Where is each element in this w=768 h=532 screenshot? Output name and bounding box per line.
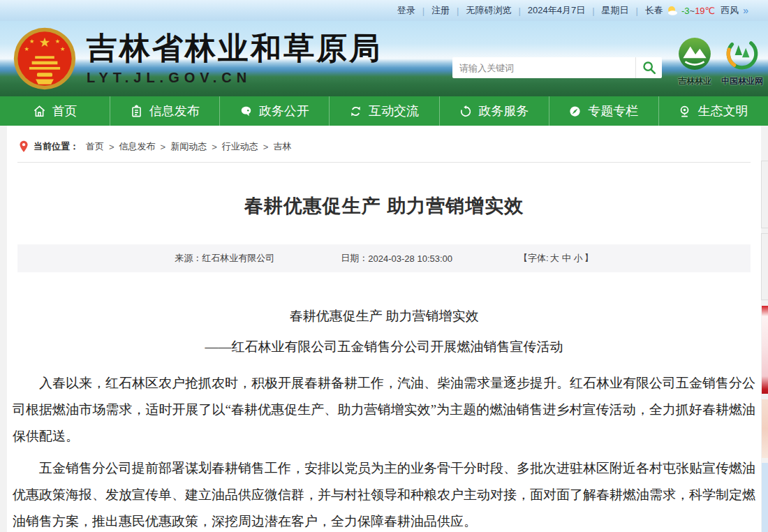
svg-text:★: ★ [55,38,60,45]
divider: | [592,6,594,16]
article-body-subtitle: ——红石林业有限公司五金销售分公司开展燃油销售宣传活动 [13,334,755,360]
nav-label: 信息发布 [149,103,200,119]
nav-label: 政务公开 [259,103,309,119]
article-source: 来源： 红石林业有限公司 [175,252,274,265]
main-navigation: 首页 信息发布 政务公开 互动交流 [0,96,768,126]
font-label-open: 【字体: [519,252,549,265]
breadcrumb-item-info-release[interactable]: 信息发布 [119,140,156,153]
accessibility-link[interactable]: 无障碍浏览 [466,4,511,17]
breadcrumb-separator: > [109,142,115,152]
weather-widget: 长春 -3 ~ 19℃ 西风 » [645,4,748,17]
article-meta-bar: 来源： 红石林业有限公司 日期： 2024-03-28 10:53:00 【字体… [17,244,751,272]
nav-label: 专题专栏 [588,103,638,119]
divider: | [457,6,459,16]
svg-text:★: ★ [29,38,34,45]
breadcrumb-label: 当前位置： [34,140,79,153]
jilin-forestry-logo[interactable]: 吉林林业 [670,36,719,87]
nav-label: 政务服务 [478,103,529,119]
cutoff-widget-sliver [761,161,768,228]
search-icon [642,60,657,75]
site-title-block: 吉林省林业和草原局 LYT.JL.GOV.CN [87,31,382,86]
temperature-high: 19℃ [695,6,715,16]
font-size-medium-button[interactable]: 中 [562,252,571,265]
svg-text:★: ★ [60,46,65,52]
font-size-switcher: 【字体: 大 中 小 】 [519,252,593,265]
nav-item-info-release[interactable]: 信息发布 [110,96,219,126]
china-forestry-net-logo-label: 中国林业网 [718,75,767,87]
breadcrumb-separator: > [212,142,217,152]
wind-direction: 西风 [721,4,739,17]
nav-label: 互动交流 [369,103,419,119]
webcam-icon [678,105,691,118]
temperature-low: -3 [681,6,690,16]
article-date: 日期： 2024-03-28 10:53:00 [341,252,452,265]
current-date: 2024年4月7日 [528,4,585,17]
breadcrumb-separator: > [263,142,269,152]
nav-item-eco-civilization[interactable]: 生态文明 [658,96,768,126]
home-icon [33,105,46,118]
register-link[interactable]: 注册 [431,4,450,17]
source-value: 红石林业有限公司 [202,252,274,265]
article-paragraph: 五金销售分公司提前部署谋划春耕销售工作，安排以党员为主的业务骨干分时段、多批次进… [13,455,755,532]
sun-cloud-icon [666,6,679,16]
breadcrumb-item-jilin[interactable]: 吉林 [273,140,291,153]
breadcrumb-item-industry-news[interactable]: 行业动态 [222,140,258,153]
divider: | [518,6,520,16]
font-size-small-button[interactable]: 小 [574,252,583,265]
font-size-large-button[interactable]: 大 [550,252,559,265]
divider: | [422,6,424,16]
weather-city: 长春 [645,4,663,17]
article-paragraph: 入春以来，红石林区农户抢抓农时，积极开展春耕备耕工作，汽油、柴油需求量逐步提升。… [13,370,755,450]
jilin-forestry-logo-icon [677,36,712,71]
article-body: 春耕优惠促生产 助力营销增实效 ——红石林业有限公司五金销售分公司开展燃油销售宣… [13,303,755,532]
arrow-circle-icon [459,105,472,118]
cutoff-widget-sliver [762,399,768,458]
nav-label: 首页 [52,103,77,119]
search-button[interactable] [635,57,662,78]
search-input[interactable] [452,57,635,78]
current-weekday: 星期日 [602,4,629,17]
svg-text:★: ★ [24,46,29,52]
cutoff-widget-sliver [761,233,768,300]
font-label-close: 】 [584,252,593,265]
china-forestry-net-logo-icon [725,36,760,71]
content-area: 当前位置： 首页 > 信息发布 > 新闻动态 > 行业动态 > 吉林 春耕优惠促… [7,126,761,532]
divider: | [636,6,638,16]
speech-bubble-icon [239,105,253,118]
china-forestry-net-logo[interactable]: 中国林业网 [718,36,767,87]
top-utility-bar: 登录 | 注册 | 无障碍浏览 | 2024年4月7日 | 星期日 | 长春 -… [0,0,768,21]
refresh-arrows-icon [349,105,362,118]
date-value: 2024-03-28 10:53:00 [368,253,452,264]
search-box [452,57,662,78]
national-emblem-logo: ★ ★ ★ ★ ★ [13,25,77,92]
breadcrumb: 当前位置： 首页 > 信息发布 > 新闻动态 > 行业动态 > 吉林 [17,126,751,163]
article-title: 春耕优惠促生产 助力营销增实效 [7,193,761,219]
cutoff-widget-sliver [762,463,768,532]
article-body-title: 春耕优惠促生产 助力营销增实效 [13,303,755,330]
breadcrumb-separator: > [161,142,166,152]
svg-text:★: ★ [39,35,51,50]
site-title: 吉林省林业和草原局 [87,31,382,67]
nav-item-home[interactable]: 首页 [0,96,110,126]
temperature-tilde: ~ [690,6,695,16]
source-label: 来源： [175,252,202,265]
document-icon [130,105,143,118]
compass-icon [568,105,582,118]
weather-more-arrow[interactable]: » [743,5,748,16]
date-label: 日期： [341,252,368,265]
nav-label: 生态文明 [697,103,748,119]
location-pin-icon [19,140,29,153]
jilin-forestry-logo-label: 吉林林业 [670,75,719,87]
nav-item-interaction[interactable]: 互动交流 [329,96,438,126]
site-domain: LYT.JL.GOV.CN [87,70,382,86]
cutoff-widget-sliver [762,306,768,394]
login-link[interactable]: 登录 [397,4,415,17]
nav-item-gov-disclosure[interactable]: 政务公开 [219,96,329,126]
breadcrumb-item-news[interactable]: 新闻动态 [170,140,207,153]
breadcrumb-item-home[interactable]: 首页 [86,140,104,153]
site-header-banner: ★ ★ ★ ★ ★ 吉林省林业和草原局 LYT.JL.GOV.CN [0,21,768,96]
nav-item-special-topics[interactable]: 专题专栏 [549,96,658,126]
nav-item-gov-services[interactable]: 政务服务 [439,96,549,126]
